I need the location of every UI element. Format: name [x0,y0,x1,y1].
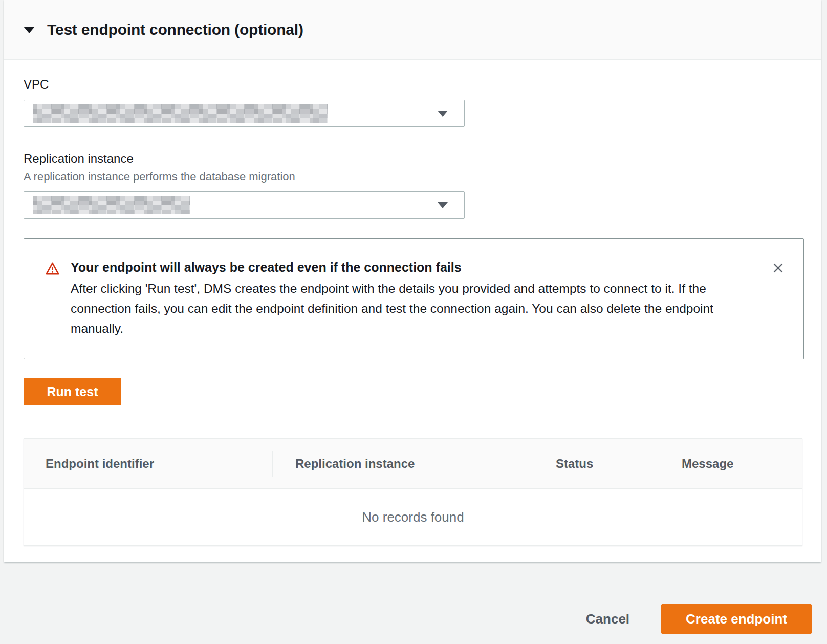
vpc-redacted-value [33,104,328,123]
section-header-test-endpoint-connection[interactable]: Test endpoint connection (optional) [4,0,821,60]
section-title: Test endpoint connection (optional) [47,21,303,38]
footer-actions: Cancel Create endpoint [586,604,812,634]
test-results-table: Endpoint identifier Replication instance… [24,438,802,546]
vpc-label: VPC [24,77,801,92]
endpoint-warning-alert: Your endpoint will always be created eve… [24,238,804,359]
table-header-row: Endpoint identifier Replication instance… [24,439,802,489]
column-header-message: Message [660,451,802,477]
close-icon[interactable] [770,260,786,276]
cancel-button[interactable]: Cancel [586,611,629,627]
column-header-endpoint-identifier: Endpoint identifier [24,451,272,477]
create-endpoint-button[interactable]: Create endpoint [661,604,812,634]
table-empty-state: No records found [24,489,802,545]
test-endpoint-connection-panel: Test endpoint connection (optional) VPC … [4,0,821,562]
replication-instance-label: Replication instance [24,152,801,166]
dropdown-caret-icon [438,202,448,208]
replication-instance-select[interactable] [24,191,465,219]
dropdown-caret-icon [438,111,448,117]
collapse-triangle-icon [24,27,35,33]
alert-title: Your endpoint will always be created eve… [71,260,736,275]
warning-icon [46,262,59,277]
replication-instance-description: A replication instance performs the data… [24,170,801,183]
vpc-select[interactable] [24,100,465,127]
replication-instance-redacted-value [33,196,190,214]
alert-text: Your endpoint will always be created eve… [71,260,736,338]
column-header-replication-instance: Replication instance [272,451,535,477]
run-test-button[interactable]: Run test [24,378,121,405]
alert-body: After clicking 'Run test', DMS creates t… [71,278,736,338]
section-body: VPC Replication instance A replication i… [4,77,821,546]
column-header-status: Status [535,451,660,477]
